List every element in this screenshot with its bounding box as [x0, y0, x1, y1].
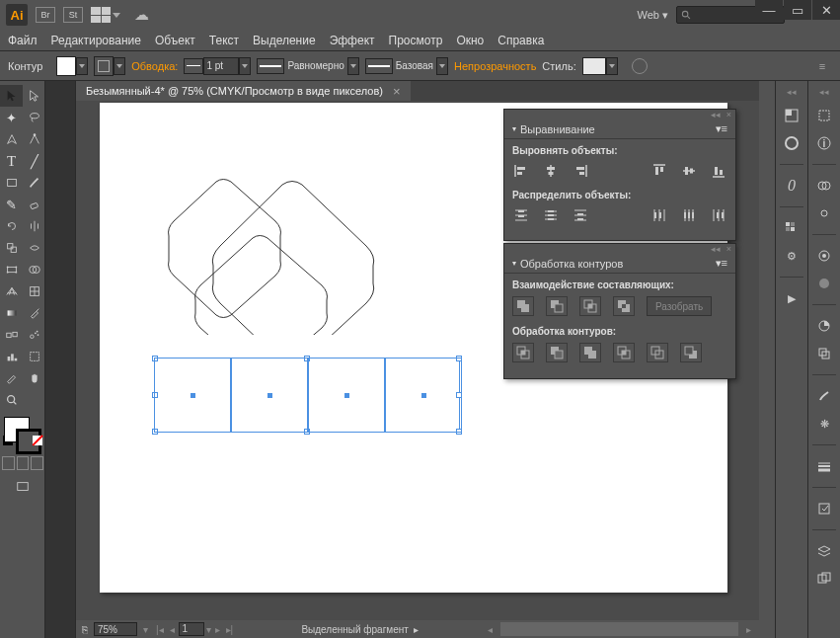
blend-tool[interactable] [0, 324, 23, 346]
stroke-dropdown[interactable] [114, 57, 125, 75]
unite-button[interactable] [512, 296, 534, 316]
magic-wand-tool[interactable]: ✦ [0, 107, 23, 128]
symbols-panel-icon[interactable]: ❋ [815, 415, 833, 433]
align-bottom-button[interactable] [710, 162, 727, 180]
mesh-tool[interactable] [23, 280, 45, 302]
collapse-dock2-icon[interactable]: ◂◂ [819, 87, 829, 97]
control-panel-menu[interactable]: ≡ [812, 60, 832, 72]
vdist-bottom-button[interactable] [572, 206, 589, 224]
style-swatch[interactable] [582, 57, 606, 75]
artboards-panel-icon[interactable] [815, 570, 833, 588]
export-icon[interactable]: ⎘ [82, 624, 88, 635]
swatches-panel-icon[interactable] [783, 219, 801, 237]
pencil-tool[interactable]: ✎ [0, 194, 23, 215]
gear-panel-icon[interactable]: ⚙ [783, 247, 801, 265]
transform-panel-icon[interactable] [815, 107, 833, 124]
gradient-tool[interactable] [0, 302, 23, 324]
zoom-tool[interactable] [0, 389, 23, 411]
profile-dropdown[interactable]: Равномерно [257, 57, 358, 75]
close-button[interactable]: ✕ [812, 0, 840, 20]
color-panel-icon[interactable] [783, 107, 801, 124]
style-dropdown[interactable] [606, 57, 618, 75]
last-artboard[interactable]: ▸| [224, 624, 236, 635]
hand-tool[interactable] [23, 367, 45, 389]
lasso-tool[interactable] [23, 107, 45, 128]
panel-collapse-icon[interactable]: ◂◂ [711, 110, 721, 120]
symbol-sprayer-tool[interactable] [23, 324, 45, 346]
prev-artboard[interactable]: ◂ [168, 624, 177, 635]
arrange-docs-icon[interactable] [91, 7, 120, 23]
menu-view[interactable]: Просмотр [389, 34, 443, 47]
links-panel-icon[interactable] [815, 204, 833, 222]
bridge-icon[interactable]: Br [36, 7, 55, 23]
hdist-center-button[interactable] [680, 206, 698, 224]
stroke-label[interactable]: Обводка: [131, 60, 178, 72]
next-artboard[interactable]: ▸ [213, 624, 222, 635]
document-tab[interactable]: Безымянный-4* @ 75% (CMYK/Просмотр в вид… [76, 81, 411, 101]
menu-select[interactable]: Выделение [253, 34, 316, 47]
screen-mode[interactable] [0, 476, 45, 498]
scale-tool[interactable] [0, 237, 23, 259]
h-scrollbar[interactable] [500, 622, 738, 636]
pen-tool[interactable] [0, 128, 23, 150]
minimize-button[interactable]: — [755, 0, 783, 20]
stroke-swatch[interactable] [94, 56, 114, 76]
menu-help[interactable]: Справка [497, 34, 544, 47]
maximize-button[interactable]: ▭ [784, 0, 811, 20]
pathfinder-panel-tab[interactable]: ▾Обработка контуров▾≡ [504, 254, 735, 274]
minus-back-button[interactable] [680, 343, 702, 362]
play-panel-icon[interactable]: ▶ [783, 289, 801, 307]
artboard-number[interactable]: 1 [179, 622, 204, 636]
intersect-button[interactable] [579, 296, 601, 316]
paintbrush-tool[interactable] [23, 172, 45, 194]
perspective-grid-tool[interactable] [0, 280, 23, 302]
line-tool[interactable]: ╱ [23, 150, 45, 172]
first-artboard[interactable]: |◂ [154, 624, 166, 635]
opacity-label[interactable]: Непрозрачность [454, 60, 536, 72]
type-tool[interactable]: T [0, 150, 23, 172]
stroke-panel-icon[interactable] [815, 457, 833, 475]
workspace-switcher[interactable]: Web ▾ [638, 9, 668, 22]
sync-icon[interactable]: ☁ [134, 6, 149, 24]
stroke-weight-dropdown[interactable] [239, 57, 251, 75]
pathfinder-shortcut-icon[interactable] [815, 345, 833, 362]
color-themes-icon[interactable] [815, 317, 833, 335]
divide-button[interactable] [512, 343, 534, 362]
zoom-input[interactable]: 75% [94, 622, 137, 636]
brush-dropdown[interactable]: Базовая [365, 57, 448, 75]
layers-panel-icon[interactable] [815, 542, 833, 560]
graphic-styles-panel-icon[interactable] [815, 275, 833, 292]
cc-libraries-icon[interactable] [815, 177, 833, 195]
eyedropper-tool[interactable] [23, 302, 45, 324]
menu-edit[interactable]: Редактирование [51, 34, 141, 47]
v-scrollbar[interactable] [759, 81, 775, 638]
panel-close-icon[interactable]: × [726, 110, 731, 120]
align-hcenter-button[interactable] [542, 162, 560, 180]
artboard-tool[interactable] [23, 346, 45, 367]
selection-tool[interactable] [0, 85, 23, 107]
direct-selection-tool[interactable] [23, 85, 45, 107]
panel-menu-icon[interactable]: ▾≡ [716, 257, 727, 270]
exclude-button[interactable] [613, 296, 635, 316]
rectangle-tool[interactable] [0, 172, 23, 194]
width-tool[interactable] [23, 237, 45, 259]
align-top-button[interactable] [650, 162, 668, 180]
panel-menu-icon[interactable]: ▾≡ [716, 122, 727, 135]
panel-close-icon[interactable]: × [726, 244, 731, 254]
doc-setup-icon[interactable] [632, 58, 648, 74]
vdist-top-button[interactable] [512, 206, 530, 224]
vdist-center-button[interactable] [542, 206, 560, 224]
asset-export-icon[interactable] [815, 500, 833, 518]
menu-window[interactable]: Окно [456, 34, 484, 47]
merge-button[interactable] [579, 343, 601, 362]
fill-swatch[interactable] [56, 56, 76, 76]
menu-text[interactable]: Текст [209, 34, 239, 47]
align-vcenter-button[interactable] [680, 162, 698, 180]
hdist-right-button[interactable] [710, 206, 727, 224]
free-transform-tool[interactable] [0, 259, 23, 280]
minus-front-button[interactable] [546, 296, 568, 316]
info-panel-icon[interactable]: i [815, 134, 833, 152]
column-graph-tool[interactable] [0, 346, 23, 367]
curvature-tool[interactable] [23, 128, 45, 150]
collapse-dock-icon[interactable]: ◂◂ [787, 87, 797, 97]
